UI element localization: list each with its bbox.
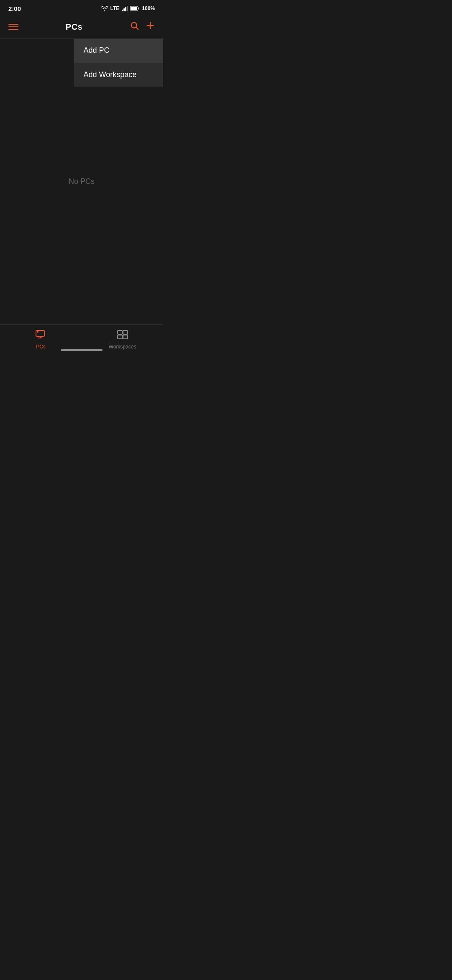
svg-rect-17: [118, 335, 122, 339]
svg-rect-1: [123, 8, 125, 11]
nav-item-workspaces[interactable]: Workspaces: [82, 328, 163, 350]
page-title: PCs: [66, 22, 82, 32]
app-header: PCs: [0, 15, 163, 39]
pcs-nav-icon: [35, 330, 47, 342]
home-indicator: [61, 349, 103, 351]
svg-rect-5: [131, 7, 137, 10]
svg-rect-16: [123, 330, 128, 334]
dropdown-menu: Add PC Add Workspace: [74, 39, 164, 87]
svg-rect-14: [37, 331, 39, 333]
search-button[interactable]: [130, 21, 139, 33]
battery-label: 100%: [142, 5, 155, 11]
svg-line-8: [136, 27, 138, 29]
header-actions: [130, 21, 155, 33]
pcs-nav-label: PCs: [36, 344, 46, 350]
workspaces-nav-icon: [117, 330, 128, 342]
svg-rect-3: [127, 6, 128, 11]
add-button[interactable]: [146, 21, 155, 33]
svg-rect-6: [139, 8, 139, 9]
svg-rect-0: [122, 10, 123, 11]
status-icons: LTE 100%: [101, 5, 155, 11]
nav-item-pcs[interactable]: PCs: [0, 328, 82, 350]
battery-icon: [130, 6, 139, 11]
svg-rect-18: [123, 335, 128, 339]
status-bar: 2:00 LTE 100%: [0, 0, 163, 15]
empty-state-label: No PCs: [69, 177, 95, 186]
status-time: 2:00: [8, 5, 21, 12]
add-pc-menu-item[interactable]: Add PC: [74, 39, 164, 63]
signal-icon: [122, 6, 128, 11]
menu-button[interactable]: [8, 24, 18, 30]
add-workspace-menu-item[interactable]: Add Workspace: [74, 63, 164, 87]
workspaces-nav-label: Workspaces: [109, 344, 136, 350]
svg-rect-2: [125, 7, 126, 11]
lte-label: LTE: [110, 5, 120, 11]
wifi-icon: [101, 6, 108, 11]
svg-rect-15: [118, 330, 122, 334]
